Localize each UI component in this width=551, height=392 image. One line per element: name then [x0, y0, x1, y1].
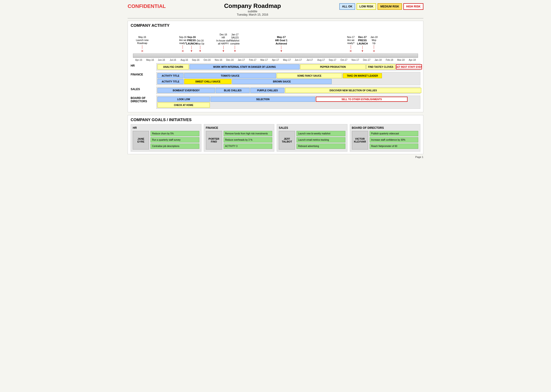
swim-lane-bod: BOARD OF DIRECTORS LOOK LOWSELECTIONSELL… — [131, 96, 420, 109]
goal-section-inner: JANE EYREReduce churn by 5%Run a quarter… — [133, 131, 199, 149]
goal-item: Remove funds from high risk investments — [223, 131, 272, 136]
goal-section-title: FINANCE — [206, 126, 272, 130]
timeline-event: Oct-16 Mop Up▼ — [191, 39, 209, 53]
timeline-marker-label: Jun-17 — [293, 59, 304, 61]
activity-bar: LOOK LOW — [157, 97, 210, 102]
activity-bar: GET BEST STAFF EVER — [396, 64, 422, 70]
timeline-event: Jan-17 SALES Mailshot complete▼ — [226, 33, 244, 53]
activity-bar: PEPPER PRODUCTION — [300, 64, 366, 70]
goal-section: HRJANE EYREReduce churn by 5%Run a quart… — [131, 124, 202, 152]
activity-bar: ANALYSE CHURN — [157, 64, 189, 70]
swim-lane-finance: FINANCE ACTIVITY TITLETOMATO SAUCESOME F… — [131, 72, 420, 85]
swim-lane-hr-label: HR — [131, 63, 156, 67]
event-line — [142, 45, 142, 49]
risk-badge-high-risk[interactable]: HIGH RISK — [403, 3, 423, 10]
event-marker: ✕ — [141, 49, 144, 53]
risk-badge-medium-risk[interactable]: MEDIUM RISK — [377, 3, 402, 10]
goal-section-title: HR — [133, 126, 199, 130]
activity-bar: BLUE CHILLIES — [216, 88, 250, 93]
timeline-markers: Apr-16May-16Jun-16Jul-16Aug-16Sep-16Oct-… — [131, 58, 420, 61]
activity-bar: ACTIVITY TITLE — [157, 73, 183, 78]
swim-lane-bod-label: BOARD OF DIRECTORS — [131, 96, 156, 103]
page-title: Company Roadmap — [166, 2, 339, 10]
timeline-marker-label: Nov-16 — [213, 59, 224, 61]
swim-lane-hr-content: ANALYSE CHURNWORK WITH INTERNAL STAFF IN… — [156, 63, 420, 70]
activity-bar: SELL TO OTHER ESTABLISHMENTS — [316, 97, 407, 102]
activity-bar: SELECTION — [210, 97, 315, 102]
activity-bar: BOMBAST EVERYBODY — [157, 88, 215, 93]
timeline-events: May-16 Launch new Roadmap✕Sep-16 Are we … — [131, 30, 420, 53]
goal-item: Launch new bi-weekly mailshot — [296, 131, 345, 136]
goal-section: FINANCEPORTER FINORemove funds from high… — [204, 124, 275, 152]
event-line — [223, 46, 223, 49]
event-marker: ▼ — [234, 49, 236, 53]
goal-section-inner: JEFF TALBOTLaunch new bi-weekly mailshot… — [279, 131, 345, 149]
goal-item: Publish quarterly videocast — [370, 131, 418, 136]
bod-row1: LOOK LOWSELECTIONSELL TO OTHER ESTABLISH… — [157, 97, 419, 102]
timeline-marker-label: Aug-16 — [179, 59, 190, 61]
goal-person: JANE EYRE — [133, 131, 149, 149]
timeline-marker-label: Oct-17 — [338, 59, 349, 61]
hr-row: ANALYSE CHURNWORK WITH INTERNAL STAFF IN… — [157, 64, 419, 70]
sales-row: BOMBAST EVERYBODYBLUE CHILLIESPURPLE CHI… — [157, 88, 419, 93]
timeline-marker-label: Apr-17 — [270, 59, 281, 61]
event-label: Oct-16 Mop Up — [196, 39, 204, 45]
risk-badge-low-risk[interactable]: LOW RISK — [356, 3, 376, 10]
goal-item: Reduce churn by 5% — [150, 131, 199, 136]
timeline-marker-label: Mar-17 — [258, 59, 270, 61]
event-line — [200, 46, 200, 49]
timeline-marker-label: May-16 — [144, 59, 156, 61]
page: CONFIDENTIAL Company Roadmap subtitle Tu… — [124, 0, 427, 161]
subtitle: subtitle — [166, 10, 339, 13]
event-marker: ▼ — [361, 49, 364, 53]
event-marker: ✕ — [349, 49, 352, 53]
goal-item: Run a quarterly staff survey — [150, 137, 199, 143]
goal-section-inner: VICTOR KLEVVARPublish quarterly videocas… — [352, 131, 418, 149]
activity-bar: WORK WITH INTERNAL STAFF IN DANGER OF LE… — [189, 64, 300, 70]
timeline-bar — [133, 54, 418, 58]
header-center: Company Roadmap subtitle Tuesday, March … — [166, 2, 339, 16]
timeline-marker-label: Oct-16 — [202, 59, 213, 61]
timeline-marker-label: Apr-16 — [133, 59, 144, 61]
bod-row2: CHECK AT HOME — [157, 103, 419, 108]
timeline-marker-label: Nov-17 — [349, 59, 361, 61]
risk-badges: ALL OKLOW RISKMEDIUM RISKHIGH RISK — [339, 2, 423, 10]
event-line — [235, 46, 235, 49]
timeline-marker-label: Dec-16 — [224, 59, 236, 61]
finance-row1: ACTIVITY TITLETOMATO SAUCESOME FANCY SAU… — [157, 73, 419, 78]
event-line — [362, 46, 363, 49]
company-goals-title: COMPANY GOALS / INITIATIVES — [131, 118, 420, 122]
goal-items: Reduce churn by 5%Run a quarterly staff … — [150, 131, 199, 149]
timeline-marker-label: Jan-18 — [372, 59, 384, 61]
date: Tuesday, March 15, 2016 — [166, 13, 339, 16]
header: CONFIDENTIAL Company Roadmap subtitle Tu… — [128, 2, 423, 16]
activity-bar: FIND TASTEY CLOVES — [366, 64, 395, 70]
timeline-marker-label: May-17 — [281, 59, 293, 61]
event-marker: ▼ — [280, 49, 283, 53]
activity-bar: PURPLE CHILLIES — [250, 88, 284, 93]
timeline-marker-label: Feb-18 — [384, 59, 395, 61]
goal-item: Increase staff confidence by 30% — [370, 137, 418, 143]
event-marker: ▼ — [222, 49, 225, 53]
goal-items: Publish quarterly videocastIncrease staf… — [370, 131, 418, 149]
goal-section-inner: PORTER FINORemove funds from high risk i… — [206, 131, 272, 149]
event-marker: ▼ — [199, 49, 202, 53]
timeline-marker-label: Feb-17 — [247, 59, 258, 61]
event-line — [374, 45, 374, 49]
timeline-marker-label: Jul-16 — [167, 59, 179, 61]
timeline-marker-label: Jun-16 — [156, 59, 167, 61]
event-line — [281, 46, 281, 49]
timeline-event: Jan-18 Mop Up✕ — [365, 36, 383, 53]
goal-person: VICTOR KLEVVAR — [352, 131, 368, 149]
risk-badge-all-ok[interactable]: ALL OK — [339, 3, 355, 10]
timeline-marker-label: Aug-17 — [315, 59, 327, 61]
goal-items: Launch new bi-weekly mailshotLaunch emai… — [296, 131, 345, 149]
activity-bar: CHECK AT HOME — [157, 103, 210, 108]
timeline-event: May-16 Launch new Roadmap✕ — [133, 36, 152, 53]
activity-bar: TAKE ON MARKET LEADER — [343, 73, 382, 78]
goals-grid: HRJANE EYREReduce churn by 5%Run a quart… — [131, 124, 420, 152]
goal-section: BOARD OF DIRECTORSVICTOR KLEVVARPublish … — [350, 124, 421, 152]
timeline-marker-label: Apr-18 — [407, 59, 418, 61]
goal-item: Centralise job descriptions — [150, 143, 199, 149]
goal-item: Reduce overheads by 3 % — [223, 137, 272, 143]
